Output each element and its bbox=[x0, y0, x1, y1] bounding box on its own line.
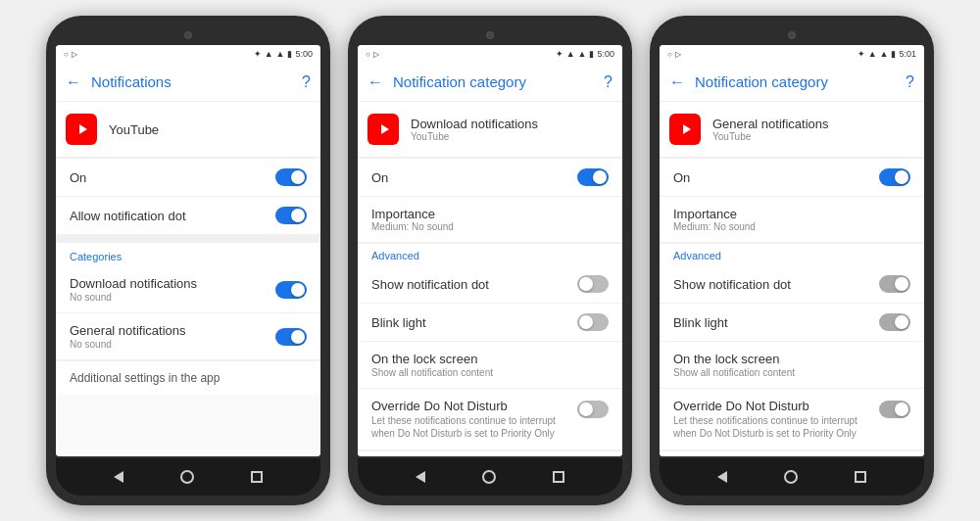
on-toggle-2[interactable] bbox=[577, 168, 609, 186]
show-dot-toggle-3[interactable] bbox=[879, 275, 910, 293]
nav-back-3[interactable] bbox=[717, 471, 727, 483]
app-name-1: YouTube bbox=[109, 122, 159, 137]
override-info-3: Override Do Not Disturb Let these notifi… bbox=[673, 399, 871, 440]
override-toggle-3[interactable] bbox=[879, 401, 910, 418]
importance-row-3[interactable]: Importance Medium: No sound bbox=[660, 197, 924, 243]
status-right-3: ✦ ▲ ▲ ▮ 5:01 bbox=[858, 49, 916, 59]
signal-icon-1: ▲ bbox=[265, 49, 273, 59]
on-toggle-1[interactable] bbox=[275, 168, 307, 186]
battery-icon-3: ▮ bbox=[891, 49, 896, 59]
page-title-3: Notification category bbox=[695, 73, 906, 90]
override-knob-3 bbox=[895, 403, 908, 416]
override-toggle-2[interactable] bbox=[577, 401, 609, 418]
blink-toggle-2[interactable] bbox=[577, 313, 609, 331]
lock-sub-3: Show all notification content bbox=[673, 367, 795, 378]
override-row-2: Override Do Not Disturb Let these notifi… bbox=[358, 389, 622, 450]
on-label-1: On bbox=[70, 170, 86, 185]
override-info-2: Override Do Not Disturb Let these notifi… bbox=[371, 399, 569, 440]
nav-home-1[interactable] bbox=[180, 470, 194, 484]
dot-toggle-1[interactable] bbox=[275, 207, 307, 224]
additional-row-2[interactable]: Additional settings in the app bbox=[358, 450, 622, 456]
lock-row-2[interactable]: On the lock screen Show all notification… bbox=[358, 342, 622, 389]
phone-3-top bbox=[660, 25, 924, 45]
app-bar-3: ← Notification category ? bbox=[660, 63, 924, 102]
on-row-1: On bbox=[56, 158, 320, 197]
app-sub-2: YouTube bbox=[411, 131, 538, 142]
youtube-icon-1 bbox=[66, 114, 97, 145]
app-bar-1: ← Notifications ? bbox=[56, 63, 320, 102]
importance-sub-3: Medium: No sound bbox=[673, 221, 910, 232]
lock-label-2: On the lock screen bbox=[371, 352, 493, 366]
nav-recents-1[interactable] bbox=[251, 471, 263, 483]
status-bar-3: ○ ▷ ✦ ▲ ▲ ▮ 5:01 bbox=[660, 45, 924, 63]
help-icon-3[interactable]: ? bbox=[906, 73, 914, 91]
nav-home-2[interactable] bbox=[482, 470, 496, 484]
general-label-1: General notifications bbox=[70, 323, 186, 338]
on-row-2: On bbox=[358, 158, 622, 197]
download-sub-1: No sound bbox=[70, 292, 197, 303]
play-icon-2: ▷ bbox=[373, 50, 379, 59]
time-3: 5:01 bbox=[899, 49, 916, 59]
additional-row-1[interactable]: Additional settings in the app bbox=[56, 360, 320, 395]
status-left-1: ○ ▷ bbox=[64, 50, 77, 59]
back-button-2[interactable]: ← bbox=[368, 73, 383, 91]
phone-1-bottom bbox=[56, 458, 320, 496]
download-toggle-1[interactable] bbox=[275, 281, 307, 299]
screen-content-3: General notifications YouTube On Importa… bbox=[660, 102, 924, 456]
signal-icon-2: ▲ bbox=[566, 49, 575, 59]
blink-row-2: Blink light bbox=[358, 304, 622, 342]
download-row-1[interactable]: Download notifications No sound bbox=[56, 266, 320, 313]
wifi-icon-2: ▲ bbox=[578, 49, 587, 59]
signal-icon-3: ▲ bbox=[868, 49, 877, 59]
help-icon-2[interactable]: ? bbox=[604, 73, 612, 91]
circle-icon-1: ○ bbox=[64, 50, 69, 59]
general-row-1[interactable]: General notifications No sound bbox=[56, 313, 320, 360]
lock-row-3[interactable]: On the lock screen Show all notification… bbox=[660, 342, 924, 389]
advanced-header-3: Advanced bbox=[660, 243, 924, 265]
phone-3-screen: ○ ▷ ✦ ▲ ▲ ▮ 5:01 ← Notification category… bbox=[660, 45, 924, 456]
phone-2-bottom bbox=[358, 458, 622, 496]
back-button-1[interactable]: ← bbox=[66, 73, 81, 91]
back-button-3[interactable]: ← bbox=[669, 73, 685, 91]
download-toggle-knob-1 bbox=[291, 283, 305, 297]
screen-content-2: Download notifications YouTube On Import… bbox=[358, 102, 622, 456]
importance-row-2[interactable]: Importance Medium: No sound bbox=[358, 197, 622, 243]
override-sub-2: Let these notifications continue to inte… bbox=[371, 414, 569, 440]
phone-2: ○ ▷ ✦ ▲ ▲ ▮ 5:00 ← Notification category… bbox=[348, 16, 632, 505]
bluetooth-icon-1: ✦ bbox=[254, 49, 262, 59]
override-label-3: Override Do Not Disturb bbox=[673, 399, 871, 413]
show-dot-toggle-2[interactable] bbox=[577, 275, 609, 293]
phone-3-bottom bbox=[660, 458, 924, 496]
bluetooth-icon-2: ✦ bbox=[556, 49, 564, 59]
app-header-1: YouTube bbox=[56, 102, 320, 158]
blink-label-3: Blink light bbox=[673, 315, 728, 330]
show-dot-knob-2 bbox=[579, 277, 593, 291]
dot-label-1: Allow notification dot bbox=[70, 209, 186, 223]
nav-home-3[interactable] bbox=[784, 470, 798, 484]
page-title-1: Notifications bbox=[91, 73, 302, 90]
general-toggle-1[interactable] bbox=[275, 328, 307, 346]
download-info-1: Download notifications No sound bbox=[70, 276, 197, 303]
nav-back-2[interactable] bbox=[416, 471, 425, 483]
camera-1 bbox=[184, 31, 192, 39]
phone-3: ○ ▷ ✦ ▲ ▲ ▮ 5:01 ← Notification category… bbox=[650, 16, 934, 505]
on-toggle-knob-2 bbox=[593, 170, 607, 184]
nav-recents-2[interactable] bbox=[553, 471, 564, 483]
override-row-3: Override Do Not Disturb Let these notifi… bbox=[660, 389, 924, 450]
youtube-icon-2 bbox=[368, 114, 399, 145]
additional-row-3[interactable]: Additional settings in the app bbox=[660, 450, 924, 456]
blink-toggle-3[interactable] bbox=[879, 313, 910, 331]
show-dot-knob-3 bbox=[895, 277, 908, 291]
app-name-2: Download notifications bbox=[411, 117, 538, 131]
battery-icon-1: ▮ bbox=[287, 49, 292, 59]
status-right-2: ✦ ▲ ▲ ▮ 5:00 bbox=[556, 49, 614, 59]
advanced-header-2: Advanced bbox=[358, 243, 622, 265]
nav-back-1[interactable] bbox=[114, 471, 123, 483]
app-info-1: YouTube bbox=[109, 122, 159, 137]
on-toggle-3[interactable] bbox=[879, 168, 910, 186]
help-icon-1[interactable]: ? bbox=[302, 73, 311, 91]
nav-recents-3[interactable] bbox=[855, 471, 866, 483]
show-dot-label-3: Show notification dot bbox=[673, 277, 791, 292]
lock-label-3: On the lock screen bbox=[673, 352, 795, 366]
divider-1 bbox=[56, 235, 320, 243]
